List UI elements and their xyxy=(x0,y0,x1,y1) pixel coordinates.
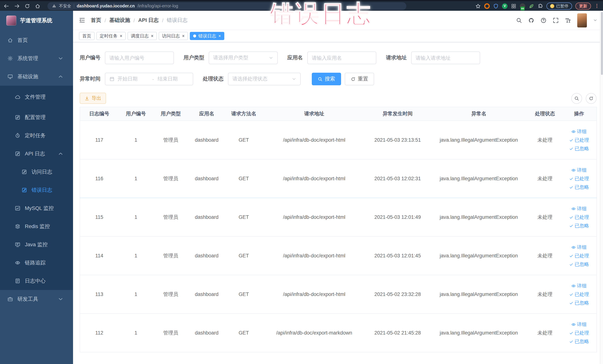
cell-app-name: dashboard xyxy=(188,275,225,314)
request-url-input[interactable] xyxy=(416,55,476,61)
breadcrumb-item[interactable]: 首页 / xyxy=(91,17,109,23)
export-button[interactable]: 导出 xyxy=(80,93,106,104)
sidebar-item[interactable]: API 日志 xyxy=(0,145,73,163)
user-menu-caret-icon[interactable] xyxy=(593,18,597,22)
fullscreen-icon[interactable] xyxy=(553,17,559,23)
cell-request-url: /api/infra/db-doc/export-markdown xyxy=(262,314,366,352)
sidebar-item[interactable]: 链路追踪 xyxy=(0,254,73,272)
bookmark-star-icon[interactable] xyxy=(475,3,481,9)
row-action-link[interactable]: 已忽略 xyxy=(569,261,589,268)
close-icon[interactable]: × xyxy=(151,34,153,38)
update-chip[interactable]: 更新 xyxy=(575,2,591,10)
eye-icon xyxy=(571,206,576,211)
row-action-link[interactable]: 已忽略 xyxy=(569,222,589,229)
process-status-select[interactable]: 请选择处理状态 xyxy=(228,73,301,85)
view-tab[interactable]: 调度日志 × xyxy=(128,32,157,40)
chevron-down-icon xyxy=(58,56,63,61)
fontsize-icon[interactable] xyxy=(565,17,571,23)
sidebar-item[interactable]: 系统管理 xyxy=(0,49,73,68)
close-icon[interactable]: × xyxy=(120,34,122,38)
row-action-link[interactable]: 已忽略 xyxy=(569,145,589,152)
ext-leaf-icon[interactable] xyxy=(529,3,534,9)
user-type-select[interactable]: 请选择用户类型 xyxy=(209,52,278,64)
sidebar-item[interactable]: 文件管理 xyxy=(0,86,73,108)
row-action-link[interactable]: 已处理 xyxy=(569,214,589,221)
check-icon xyxy=(569,301,574,305)
close-icon[interactable]: × xyxy=(218,34,221,38)
view-tab[interactable]: 访问日志 × xyxy=(159,32,188,40)
row-action-link[interactable]: 已忽略 xyxy=(569,299,589,306)
exception-time-range-picker[interactable]: 开始日期 - 结束日期 xyxy=(105,73,193,85)
ext-grid-icon[interactable] xyxy=(511,3,516,9)
row-action-link[interactable]: 已处理 xyxy=(569,252,589,259)
ext-green-v-icon[interactable]: V xyxy=(502,3,508,9)
sidebar-item[interactable]: 配置管理 xyxy=(0,108,73,127)
back-icon[interactable] xyxy=(4,3,9,9)
view-tab-label: 访问日志 xyxy=(162,33,180,39)
ext-orange-ring-icon[interactable] xyxy=(484,3,490,9)
home-icon[interactable] xyxy=(35,3,40,9)
reset-button[interactable]: 重置 xyxy=(345,73,374,85)
close-icon[interactable]: × xyxy=(182,34,185,38)
cell-process-status: 未处理 xyxy=(529,236,561,275)
search-icon[interactable] xyxy=(516,17,522,23)
help-icon[interactable] xyxy=(541,17,546,23)
forward-icon[interactable] xyxy=(14,3,20,9)
ext-puzzle-icon[interactable] xyxy=(538,3,543,9)
sidebar-item[interactable]: 日志中心 xyxy=(0,272,73,290)
view-tab[interactable]: 错误日志 × xyxy=(190,32,224,40)
scrollbar-thumb[interactable] xyxy=(601,12,603,75)
view-tab[interactable]: 定时任务 × xyxy=(96,32,126,40)
cell-app-name: dashboard xyxy=(188,314,225,352)
sidebar-item[interactable]: MySQL 监控 xyxy=(0,199,73,217)
row-action-link[interactable]: 详细 xyxy=(571,321,587,328)
row-action-link[interactable]: 详细 xyxy=(571,282,587,289)
row-action-link[interactable]: 已忽略 xyxy=(569,338,589,345)
paused-chip[interactable]: 已暂停 xyxy=(546,2,572,10)
user-avatar[interactable] xyxy=(577,13,587,27)
breadcrumb-item[interactable]: 错误日志 / xyxy=(167,17,188,23)
browser-menu-icon[interactable] xyxy=(594,3,600,9)
breadcrumb-item[interactable]: API 日志 / xyxy=(138,17,167,23)
column-header: 请求方法名 xyxy=(225,107,262,121)
menu-fold-icon[interactable] xyxy=(79,17,85,23)
row-action-link[interactable]: 详细 xyxy=(571,128,587,135)
sidebar-item[interactable]: 首页 xyxy=(0,31,73,49)
app-name-input[interactable] xyxy=(312,55,372,61)
check-icon xyxy=(569,254,574,258)
row-action-link[interactable]: 已处理 xyxy=(569,137,589,143)
row-action-link[interactable]: 已处理 xyxy=(569,175,589,182)
row-action-link[interactable]: 已忽略 xyxy=(569,184,589,190)
chevron-down-icon xyxy=(58,296,63,302)
ext-dark-on-icon[interactable]: on xyxy=(520,3,525,9)
row-action-link[interactable]: 已处理 xyxy=(569,291,589,298)
sidebar-item[interactable]: Java 监控 xyxy=(0,235,73,254)
row-action-link[interactable]: 详细 xyxy=(571,167,587,173)
view-tab[interactable]: 首页 xyxy=(79,32,94,40)
url-bar[interactable]: 不安全 dashboard.yudao.iocoder.cn/infra/log… xyxy=(47,2,406,10)
cell-exception-name: java.lang.IllegalArgumentException xyxy=(429,236,529,275)
sidebar-item[interactable]: 访问日志 xyxy=(0,163,73,181)
sidebar-item[interactable]: 定时任务 xyxy=(0,127,73,145)
sidebar-item[interactable]: Redis 监控 xyxy=(0,217,73,235)
cell-log-id: 114 xyxy=(80,236,118,275)
search-toggle-button[interactable] xyxy=(571,93,582,104)
cell-user-id: 1 xyxy=(118,121,153,159)
refresh-button[interactable] xyxy=(586,93,596,104)
github-icon[interactable] xyxy=(528,17,534,23)
user-id-input[interactable] xyxy=(109,55,169,61)
row-action-link[interactable]: 详细 xyxy=(571,205,587,212)
sidebar-item[interactable]: 错误日志 xyxy=(0,181,73,199)
search-button[interactable]: 搜索 xyxy=(312,73,341,85)
sidebar-item[interactable]: 基础设施 xyxy=(0,68,73,86)
cell-exception-time: 2021-05-03 23:13:51 xyxy=(366,121,429,159)
cell-user-id: 1 xyxy=(118,236,153,275)
row-action-link[interactable]: 已处理 xyxy=(569,329,589,336)
row-actions: 详细 已处理 xyxy=(563,128,595,152)
ext-shield-icon[interactable] xyxy=(493,3,499,9)
paused-chip-label: 已暂停 xyxy=(556,3,568,9)
row-action-link[interactable]: 详细 xyxy=(571,244,587,250)
sidebar-item[interactable]: 研发工具 xyxy=(0,290,73,308)
reload-icon[interactable] xyxy=(24,3,30,9)
breadcrumb-item[interactable]: 基础设施 / xyxy=(109,17,138,23)
